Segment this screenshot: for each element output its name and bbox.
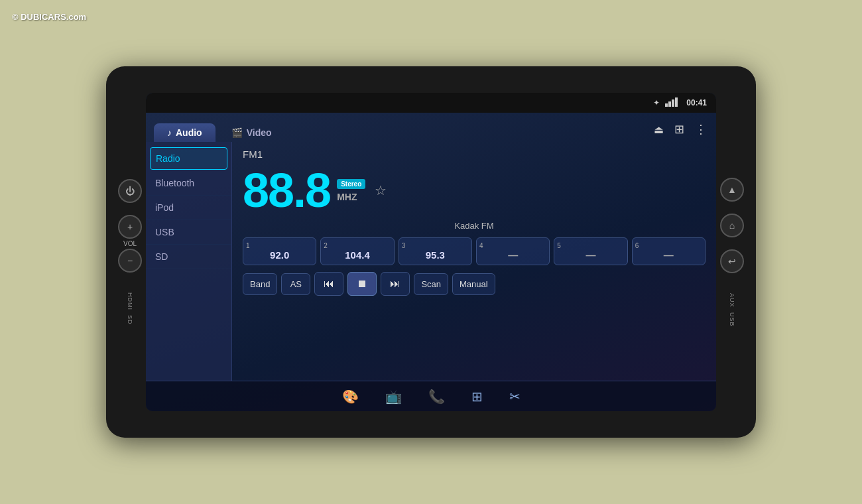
preset-2-num: 2 [324, 242, 328, 249]
radio-panel: FM1 88.8 Stereo MHZ ☆ Kadak FM 1 9 [232, 142, 716, 381]
tab-video[interactable]: 🎬 Video [218, 123, 285, 142]
preset-4-freq: — [479, 249, 546, 261]
svg-rect-2 [672, 99, 674, 107]
vol-label: VOL [123, 240, 137, 247]
preset-4[interactable]: 4 — [476, 237, 550, 265]
preset-5-num: 5 [557, 242, 561, 249]
preset-6[interactable]: 6 — [632, 237, 706, 265]
preset-3-num: 3 [402, 242, 406, 249]
mhz-label: MHZ [337, 192, 365, 202]
tab-audio[interactable]: ♪ Audio [154, 123, 216, 142]
audio-tab-label: Audio [176, 127, 202, 138]
hdmi-label: HDMI [127, 292, 133, 310]
nav-video-icon[interactable]: 📺 [385, 389, 402, 405]
eject-icon[interactable]: ⏏ [654, 123, 664, 136]
car-stereo-unit: ⏻ + VOL − HDMI SD ✦ 00:41 ♪ Audio [106, 66, 756, 438]
preset-1-num: 1 [246, 242, 250, 249]
vol-down-button[interactable]: − [118, 249, 142, 273]
watermark: © DUBICARS.com [12, 12, 86, 22]
preset-6-num: 6 [635, 242, 639, 249]
preset-6-freq: — [635, 249, 702, 261]
sidebar-item-sd[interactable]: SD [146, 245, 231, 269]
right-controls: ▲ ⌂ ↩ AUX USB [720, 66, 744, 438]
presets-row: 1 92.0 2 104.4 3 95.3 4 — [243, 237, 706, 265]
screen: ✦ 00:41 ♪ Audio 🎬 Video ⏏ ⊞ ⋮ [146, 93, 716, 411]
band-label: FM1 [243, 149, 706, 160]
signal-icon [665, 97, 681, 109]
svg-rect-1 [668, 101, 671, 107]
equalizer-icon[interactable]: ⊞ [674, 122, 684, 137]
preset-3[interactable]: 3 95.3 [399, 237, 472, 265]
sidebar-item-usb[interactable]: USB [146, 220, 231, 245]
stop-button[interactable]: ⏹ [347, 272, 377, 296]
video-tab-label: Video [247, 127, 272, 138]
nav-button[interactable]: ▲ [720, 178, 744, 202]
sidebar-item-bluetooth[interactable]: Bluetooth [146, 171, 231, 196]
usb-label: USB [729, 312, 735, 327]
freq-right: Stereo MHZ [337, 179, 365, 202]
station-name: Kadak FM [243, 221, 706, 231]
preset-5[interactable]: 5 — [554, 237, 627, 265]
sidebar: Radio Bluetooth iPod USB SD [146, 142, 232, 381]
preset-2-freq: 104.4 [324, 249, 391, 261]
as-button[interactable]: AS [281, 273, 310, 295]
frequency-display: 88.8 [243, 166, 330, 214]
sd-label-left: SD [127, 315, 133, 325]
tab-bar-right-icons: ⏏ ⊞ ⋮ [654, 122, 707, 137]
nav-settings-icon[interactable]: ✂ [509, 389, 521, 405]
vol-up-button[interactable]: + [118, 215, 142, 239]
manual-button[interactable]: Manual [452, 273, 495, 295]
audio-tab-icon: ♪ [167, 127, 172, 138]
preset-2[interactable]: 2 104.4 [320, 237, 394, 265]
stereo-badge: Stereo [337, 179, 365, 189]
bluetooth-icon: ✦ [653, 98, 660, 107]
band-button[interactable]: Band [243, 273, 277, 295]
sidebar-item-ipod[interactable]: iPod [146, 196, 231, 220]
back-button[interactable]: ↩ [720, 249, 744, 273]
nav-apps-icon[interactable]: ⊞ [471, 389, 483, 405]
preset-1-freq: 92.0 [246, 249, 313, 261]
scan-button[interactable]: Scan [414, 273, 448, 295]
svg-rect-3 [675, 97, 678, 107]
nav-media-icon[interactable]: 🎨 [342, 389, 359, 405]
prev-button[interactable]: ⏮ [314, 272, 343, 296]
status-time: 00:41 [686, 98, 707, 107]
preset-4-num: 4 [479, 242, 483, 249]
preset-1[interactable]: 1 92.0 [243, 237, 316, 265]
aux-label: AUX [729, 293, 735, 308]
menu-icon[interactable]: ⋮ [695, 122, 707, 137]
frequency-row: 88.8 Stereo MHZ ☆ [243, 166, 706, 214]
preset-3-freq: 95.3 [402, 249, 469, 261]
tab-bar: ♪ Audio 🎬 Video ⏏ ⊞ ⋮ [146, 113, 716, 142]
favorite-star-icon[interactable]: ☆ [375, 182, 387, 198]
svg-rect-0 [665, 103, 668, 107]
sidebar-item-radio[interactable]: Radio [150, 147, 227, 170]
preset-5-freq: — [557, 249, 624, 261]
nav-phone-icon[interactable]: 📞 [428, 389, 445, 405]
next-button[interactable]: ⏭ [381, 272, 410, 296]
power-button[interactable]: ⏻ [118, 179, 142, 203]
main-content: Radio Bluetooth iPod USB SD FM1 88.8 Ste… [146, 142, 716, 381]
home-button[interactable]: ⌂ [720, 214, 744, 237]
status-bar: ✦ 00:41 [146, 93, 716, 113]
left-controls: ⏻ + VOL − HDMI SD [118, 66, 142, 438]
controls-row: Band AS ⏮ ⏹ ⏭ Scan Manual [243, 272, 706, 296]
video-tab-icon: 🎬 [231, 127, 243, 138]
bottom-nav: 🎨 📺 📞 ⊞ ✂ [146, 381, 716, 411]
